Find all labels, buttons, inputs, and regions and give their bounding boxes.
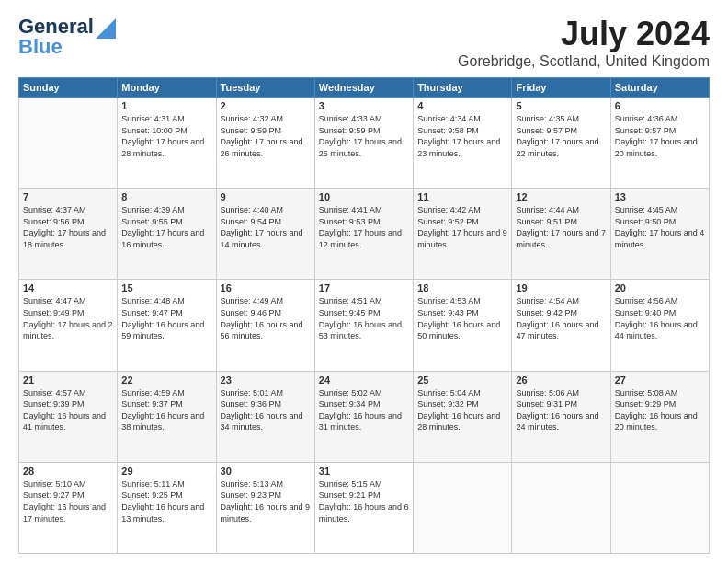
calendar-cell: 26 Sunrise: 5:06 AM Sunset: 9:31 PM Dayl…	[512, 371, 610, 462]
sunrise-text: Sunrise: 4:54 AM	[516, 296, 579, 305]
sunrise-text: Sunrise: 4:49 AM	[221, 296, 284, 305]
day-number: 14	[23, 282, 113, 293]
sunrise-text: Sunrise: 5:13 AM	[221, 479, 284, 488]
day-info: Sunrise: 4:35 AM Sunset: 9:57 PM Dayligh…	[516, 113, 606, 159]
calendar-cell: 18 Sunrise: 4:53 AM Sunset: 9:43 PM Dayl…	[414, 280, 512, 371]
calendar-cell: 14 Sunrise: 4:47 AM Sunset: 9:49 PM Dayl…	[19, 280, 118, 371]
daylight-text: Daylight: 16 hours and 20 minutes.	[615, 411, 698, 432]
daylight-text: Daylight: 16 hours and 41 minutes.	[23, 411, 106, 432]
logo: General Blue	[18, 15, 116, 59]
daylight-text: Daylight: 16 hours and 53 minutes.	[319, 320, 402, 341]
calendar-cell: 24 Sunrise: 5:02 AM Sunset: 9:34 PM Dayl…	[314, 371, 413, 462]
sunrise-text: Sunrise: 4:40 AM	[221, 205, 284, 214]
daylight-text: Daylight: 17 hours and 12 minutes.	[319, 228, 402, 249]
day-info: Sunrise: 5:15 AM Sunset: 9:21 PM Dayligh…	[319, 478, 409, 524]
day-info: Sunrise: 5:08 AM Sunset: 9:29 PM Dayligh…	[615, 387, 705, 433]
day-info: Sunrise: 4:47 AM Sunset: 9:49 PM Dayligh…	[23, 295, 113, 341]
title-block: July 2024 Gorebridge, Scotland, United K…	[458, 15, 710, 70]
sunrise-text: Sunrise: 4:47 AM	[23, 296, 86, 305]
sunset-text: Sunset: 9:37 PM	[121, 399, 183, 408]
sunset-text: Sunset: 9:29 PM	[615, 399, 677, 408]
calendar-week-1: 1 Sunrise: 4:31 AM Sunset: 10:00 PM Dayl…	[19, 98, 710, 189]
sunset-text: Sunset: 9:55 PM	[121, 217, 183, 226]
calendar-cell: 2 Sunrise: 4:32 AM Sunset: 9:59 PM Dayli…	[216, 98, 314, 189]
sunset-text: Sunset: 9:58 PM	[417, 126, 479, 135]
page-title: July 2024	[458, 15, 710, 53]
sunset-text: Sunset: 9:52 PM	[417, 217, 479, 226]
sunrise-text: Sunrise: 5:10 AM	[23, 479, 86, 488]
calendar-cell	[512, 462, 610, 553]
sunset-text: Sunset: 9:46 PM	[221, 308, 282, 317]
sunset-text: Sunset: 9:51 PM	[516, 217, 577, 226]
calendar-header-row: Sunday Monday Tuesday Wednesday Thursday…	[19, 78, 710, 98]
day-number: 10	[319, 191, 409, 202]
day-number: 15	[121, 282, 211, 293]
sunset-text: Sunset: 9:25 PM	[121, 490, 183, 500]
sunrise-text: Sunrise: 5:02 AM	[319, 388, 382, 397]
day-number: 23	[221, 374, 311, 385]
logo-icon	[96, 18, 116, 39]
day-number: 29	[121, 465, 211, 477]
daylight-text: Daylight: 17 hours and 7 minutes.	[516, 228, 606, 249]
sunset-text: Sunset: 9:56 PM	[23, 217, 85, 226]
calendar-cell: 17 Sunrise: 4:51 AM Sunset: 9:45 PM Dayl…	[314, 280, 413, 371]
sunrise-text: Sunrise: 4:33 AM	[319, 114, 382, 123]
sunrise-text: Sunrise: 4:34 AM	[417, 114, 481, 123]
day-number: 31	[319, 465, 409, 477]
calendar-cell	[610, 462, 709, 553]
calendar-cell: 16 Sunrise: 4:49 AM Sunset: 9:46 PM Dayl…	[216, 280, 314, 371]
daylight-text: Daylight: 17 hours and 14 minutes.	[221, 228, 303, 249]
sunset-text: Sunset: 9:47 PM	[121, 308, 183, 317]
sunset-text: Sunset: 9:49 PM	[23, 308, 85, 317]
calendar-cell: 13 Sunrise: 4:45 AM Sunset: 9:50 PM Dayl…	[610, 189, 709, 280]
sunset-text: Sunset: 9:43 PM	[417, 308, 479, 317]
calendar-cell: 25 Sunrise: 5:04 AM Sunset: 9:32 PM Dayl…	[414, 371, 512, 462]
calendar-cell: 8 Sunrise: 4:39 AM Sunset: 9:55 PM Dayli…	[118, 189, 216, 280]
calendar-week-3: 14 Sunrise: 4:47 AM Sunset: 9:49 PM Dayl…	[19, 280, 710, 371]
daylight-text: Daylight: 16 hours and 38 minutes.	[121, 411, 204, 432]
day-number: 12	[516, 191, 606, 202]
day-info: Sunrise: 4:48 AM Sunset: 9:47 PM Dayligh…	[121, 295, 211, 341]
daylight-text: Daylight: 16 hours and 59 minutes.	[121, 320, 204, 341]
daylight-text: Daylight: 17 hours and 22 minutes.	[516, 137, 598, 158]
col-saturday: Saturday	[610, 78, 709, 98]
day-number: 19	[516, 282, 606, 293]
day-number: 7	[23, 191, 113, 202]
header: General Blue July 2024 Gorebridge, Scotl…	[18, 15, 710, 70]
day-info: Sunrise: 4:39 AM Sunset: 9:55 PM Dayligh…	[121, 204, 211, 250]
daylight-text: Daylight: 17 hours and 23 minutes.	[417, 137, 500, 158]
day-info: Sunrise: 4:51 AM Sunset: 9:45 PM Dayligh…	[319, 295, 409, 341]
daylight-text: Daylight: 17 hours and 4 minutes.	[615, 228, 705, 249]
daylight-text: Daylight: 17 hours and 25 minutes.	[319, 137, 402, 158]
day-number: 9	[221, 191, 311, 202]
calendar-cell: 30 Sunrise: 5:13 AM Sunset: 9:23 PM Dayl…	[216, 462, 314, 553]
sunrise-text: Sunrise: 4:57 AM	[23, 388, 86, 397]
sunrise-text: Sunrise: 4:39 AM	[121, 205, 185, 214]
day-number: 17	[319, 282, 409, 293]
daylight-text: Daylight: 17 hours and 18 minutes.	[23, 228, 106, 249]
calendar-week-2: 7 Sunrise: 4:37 AM Sunset: 9:56 PM Dayli…	[19, 189, 710, 280]
col-sunday: Sunday	[19, 78, 118, 98]
sunset-text: Sunset: 9:57 PM	[615, 126, 677, 135]
daylight-text: Daylight: 16 hours and 31 minutes.	[319, 411, 402, 432]
sunset-text: Sunset: 9:39 PM	[23, 399, 85, 408]
calendar-cell: 15 Sunrise: 4:48 AM Sunset: 9:47 PM Dayl…	[118, 280, 216, 371]
calendar-cell	[19, 98, 118, 189]
day-info: Sunrise: 4:49 AM Sunset: 9:46 PM Dayligh…	[221, 295, 311, 341]
calendar-cell: 11 Sunrise: 4:42 AM Sunset: 9:52 PM Dayl…	[414, 189, 512, 280]
sunset-text: Sunset: 9:40 PM	[615, 308, 677, 317]
day-info: Sunrise: 5:02 AM Sunset: 9:34 PM Dayligh…	[319, 387, 409, 433]
daylight-text: Daylight: 17 hours and 28 minutes.	[121, 137, 204, 158]
daylight-text: Daylight: 16 hours and 56 minutes.	[221, 320, 303, 341]
day-number: 5	[516, 100, 606, 111]
page: General Blue July 2024 Gorebridge, Scotl…	[0, 0, 728, 563]
sunrise-text: Sunrise: 4:56 AM	[615, 296, 678, 305]
sunset-text: Sunset: 9:53 PM	[319, 217, 381, 226]
calendar-cell: 12 Sunrise: 4:44 AM Sunset: 9:51 PM Dayl…	[512, 189, 610, 280]
sunrise-text: Sunrise: 4:41 AM	[319, 205, 382, 214]
calendar-cell: 27 Sunrise: 5:08 AM Sunset: 9:29 PM Dayl…	[610, 371, 709, 462]
sunrise-text: Sunrise: 4:36 AM	[615, 114, 678, 123]
day-number: 8	[121, 191, 211, 202]
calendar-cell: 4 Sunrise: 4:34 AM Sunset: 9:58 PM Dayli…	[414, 98, 512, 189]
sunset-text: Sunset: 9:31 PM	[516, 399, 577, 408]
